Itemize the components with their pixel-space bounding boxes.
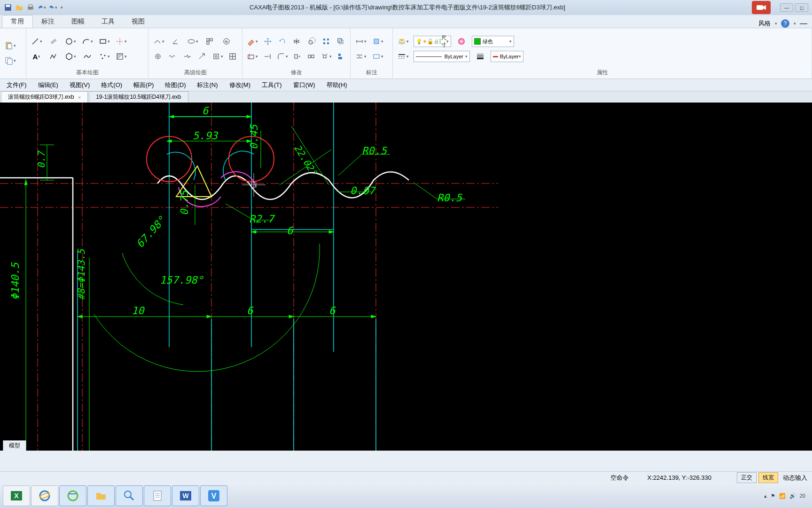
tab-tools[interactable]: 工具 <box>93 16 123 28</box>
color-wheel-icon[interactable] <box>455 35 468 48</box>
tray-network-icon[interactable]: 📶 <box>779 493 786 499</box>
tray-flag-icon[interactable]: ⚑ <box>771 493 775 499</box>
clock[interactable]: 20 <box>800 493 805 499</box>
menu-frame[interactable]: 幅面(P) <box>129 80 158 90</box>
align-tool[interactable] <box>336 50 346 63</box>
scale-tool[interactable] <box>306 35 317 48</box>
layer-selector[interactable]: 💡☀🔓🖨 尺寸▾ <box>414 36 451 47</box>
offset-tool[interactable] <box>336 35 346 48</box>
centerline-tool[interactable]: ▾ <box>115 35 128 48</box>
dim-coord-tool[interactable]: ▾ <box>371 35 384 48</box>
magnify-icon[interactable] <box>116 485 143 506</box>
extend-tool[interactable] <box>262 50 273 63</box>
block-tool[interactable] <box>203 35 216 48</box>
stretch-tool[interactable] <box>292 50 303 63</box>
ortho-toggle[interactable]: 正交 <box>737 472 757 483</box>
tray-volume-icon[interactable]: 🔊 <box>789 493 796 499</box>
menu-window[interactable]: 窗口(W) <box>289 80 320 90</box>
drawing-canvas[interactable]: 6 5.93 0.45 22.02° R0.5 R0.5 0.07 0.75 R… <box>0 103 812 451</box>
undo-icon[interactable]: ▾ <box>38 3 46 12</box>
help-icon[interactable]: ? <box>781 19 789 28</box>
linetype-selector[interactable]: ByLayer▾ <box>414 51 470 62</box>
wave-tool[interactable] <box>167 50 178 63</box>
menu-dim[interactable]: 标注(N) <box>192 80 222 90</box>
rotate-tool[interactable] <box>277 35 288 48</box>
menu-edit[interactable]: 编辑(E) <box>33 80 63 90</box>
app-v-icon[interactable]: V <box>200 485 227 506</box>
menu-modify[interactable]: 修改(M) <box>225 80 256 90</box>
tab-common[interactable]: 常用 <box>2 15 33 28</box>
menu-file[interactable]: 文件(F) <box>2 80 31 90</box>
lineweight-icon[interactable] <box>474 50 487 63</box>
point-tool[interactable]: ▾ <box>98 50 111 63</box>
copy-button[interactable]: ▾ <box>4 55 17 67</box>
circle-tool[interactable]: ▾ <box>64 35 77 48</box>
dim-edit-tool[interactable]: ▾ <box>371 50 384 63</box>
formula-tool[interactable]: fx <box>220 35 233 48</box>
tab-annotate[interactable]: 标注 <box>33 16 63 28</box>
break-tool[interactable] <box>182 50 193 63</box>
svg-rect-3 <box>29 5 32 7</box>
doc-tab-2[interactable]: 19-1滚筒螺纹10.5螺距D4球刀.exb <box>89 91 188 103</box>
break2-tool[interactable] <box>306 50 317 63</box>
polyline-tool[interactable] <box>47 50 60 63</box>
erase-tool[interactable]: ▾ <box>246 35 258 48</box>
ie-icon[interactable] <box>31 485 58 506</box>
print-icon[interactable] <box>26 3 35 12</box>
minimize-button[interactable]: — <box>780 3 793 12</box>
arc-tool[interactable]: ▾ <box>81 35 94 48</box>
table-tool[interactable] <box>227 50 238 63</box>
move-tool[interactable] <box>262 35 273 48</box>
curve-tool[interactable]: ▾ <box>152 35 165 48</box>
hatch-tool[interactable]: ▾ <box>115 50 128 63</box>
layer-button[interactable]: ▾ <box>397 35 410 48</box>
minimize-ribbon-icon[interactable]: — <box>800 19 807 28</box>
menu-view[interactable]: 视图(V) <box>65 80 94 90</box>
menu-format[interactable]: 格式(O) <box>96 80 127 90</box>
spline-tool[interactable] <box>81 50 94 63</box>
dim-style-tool[interactable]: ▾ <box>354 50 367 63</box>
rectangle-tool[interactable]: ▾ <box>98 35 111 48</box>
redo-icon[interactable]: ▾ <box>49 3 57 12</box>
dynamic-input-toggle[interactable]: 动态输入 <box>783 474 807 482</box>
explorer-icon[interactable] <box>87 485 115 506</box>
linetype-button[interactable]: ▾ <box>397 50 410 63</box>
paste-button[interactable]: ▾ <box>4 40 17 52</box>
dim-linear-tool[interactable]: ▾ <box>354 35 367 48</box>
color-selector[interactable]: 绿色▾ <box>472 36 514 47</box>
arrow-tool[interactable] <box>196 50 207 63</box>
word-icon[interactable]: W <box>172 485 199 506</box>
array-tool[interactable] <box>321 35 332 48</box>
close-icon[interactable]: × <box>78 95 81 100</box>
style-label[interactable]: 风格 <box>758 19 771 28</box>
tab-view[interactable]: 视图 <box>123 16 153 28</box>
trim-tool[interactable]: ▾ <box>246 50 258 63</box>
hole-tool[interactable]: ▾ <box>211 50 224 63</box>
browser-icon[interactable] <box>59 485 86 506</box>
menu-draw[interactable]: 绘图(D) <box>160 80 190 90</box>
record-button[interactable] <box>752 1 771 14</box>
explode-tool[interactable]: ▾ <box>320 50 332 63</box>
open-icon[interactable] <box>15 3 23 12</box>
line-tool[interactable]: ▾ <box>30 35 43 48</box>
gear-tool[interactable] <box>152 50 163 63</box>
angle-tool[interactable] <box>169 35 182 48</box>
parallel-tool[interactable] <box>47 35 60 48</box>
mirror-tool[interactable] <box>291 35 302 48</box>
tab-frame[interactable]: 图幅 <box>63 16 93 28</box>
lineweight-toggle[interactable]: 线宽 <box>758 472 778 483</box>
doc-tab-1[interactable]: 滚筒螺纹6螺距D3球刀.exb× <box>1 91 88 103</box>
save-icon[interactable] <box>4 3 12 12</box>
fillet-tool[interactable]: ▾ <box>276 50 289 63</box>
excel-icon[interactable]: X <box>3 485 30 506</box>
menu-help[interactable]: 帮助(H) <box>322 80 352 90</box>
lineweight-selector[interactable]: ByLayer▾ <box>491 51 523 62</box>
ellipse-tool[interactable]: ▾ <box>186 35 199 48</box>
text-tool[interactable]: A▾ <box>30 50 43 63</box>
notepad-icon[interactable] <box>144 485 171 506</box>
maximize-button[interactable]: ◻ <box>795 3 808 12</box>
tray-up-icon[interactable]: ▴ <box>764 493 767 499</box>
menu-tools[interactable]: 工具(T) <box>257 80 287 90</box>
model-tab[interactable]: 模型 <box>3 440 26 451</box>
polygon-tool[interactable]: ▾ <box>64 50 77 63</box>
